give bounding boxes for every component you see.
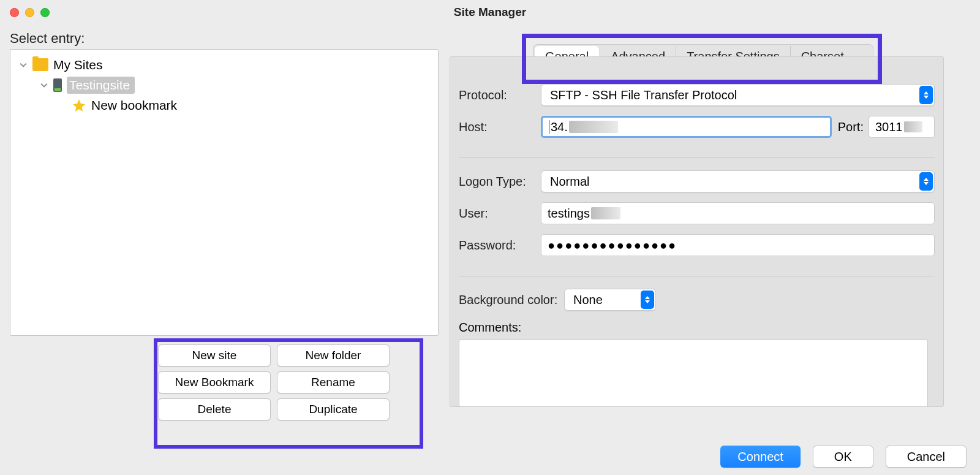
password-input[interactable]: ●●●●●●●●●●●●●●● <box>541 234 935 256</box>
password-value: ●●●●●●●●●●●●●●● <box>548 238 677 253</box>
comments-textarea[interactable] <box>459 340 928 407</box>
close-icon[interactable] <box>10 8 19 17</box>
redacted-content <box>591 207 620 219</box>
divider <box>459 276 935 276</box>
minimize-icon[interactable] <box>25 8 34 17</box>
chevron-down-icon[interactable] <box>35 82 53 89</box>
user-label: User: <box>459 207 541 221</box>
host-value: 34. <box>551 120 568 134</box>
tree-root-label[interactable]: My Sites <box>53 58 103 72</box>
cancel-button[interactable]: Cancel <box>886 446 967 468</box>
background-color-label: Background color: <box>459 293 564 307</box>
protocol-value: SFTP - SSH File Transfer Protocol <box>550 88 737 102</box>
comments-label: Comments: <box>459 321 935 335</box>
ok-button[interactable]: OK <box>813 446 873 468</box>
window-title: Site Manager <box>454 6 526 19</box>
logon-type-label: Logon Type: <box>459 175 541 189</box>
tree-site-selected[interactable]: Testingsite <box>67 77 135 94</box>
user-input[interactable]: testings <box>541 202 935 224</box>
redacted-content <box>904 121 922 132</box>
logon-type-value: Normal <box>550 175 589 189</box>
protocol-label: Protocol: <box>459 88 541 102</box>
protocol-select[interactable]: SFTP - SSH File Transfer Protocol <box>541 84 935 106</box>
background-color-select[interactable]: None <box>564 289 656 311</box>
server-icon <box>53 78 62 92</box>
select-arrows-icon <box>919 86 933 104</box>
host-input[interactable]: 34. <box>541 116 832 138</box>
chevron-down-icon[interactable] <box>14 61 32 69</box>
window-controls <box>10 8 50 17</box>
host-label: Host: <box>459 120 541 134</box>
annotation-highlight <box>522 34 882 84</box>
background-color-value: None <box>573 293 603 307</box>
select-arrows-icon <box>641 291 654 309</box>
footer-buttons: Connect OK Cancel <box>720 446 967 468</box>
port-value: 3011 <box>875 120 903 134</box>
password-label: Password: <box>459 238 541 253</box>
logon-type-select[interactable]: Normal <box>541 170 935 192</box>
folder-icon <box>32 58 48 71</box>
divider <box>459 158 935 158</box>
user-value: testings <box>548 207 590 221</box>
fullscreen-icon[interactable] <box>40 8 50 17</box>
general-panel: Protocol: SFTP - SSH File Transfer Proto… <box>450 56 944 407</box>
annotation-highlight <box>154 338 423 449</box>
star-icon <box>72 98 86 113</box>
titlebar: Site Manager <box>0 0 980 25</box>
connect-button[interactable]: Connect <box>720 446 801 468</box>
tree-bookmark-label[interactable]: New bookmark <box>91 98 177 113</box>
port-input[interactable]: 3011 <box>869 116 935 138</box>
redacted-content <box>569 121 618 133</box>
port-label: Port: <box>838 120 864 134</box>
select-arrows-icon <box>919 172 933 191</box>
site-tree[interactable]: My Sites Testingsite New bookmark <box>10 49 439 336</box>
